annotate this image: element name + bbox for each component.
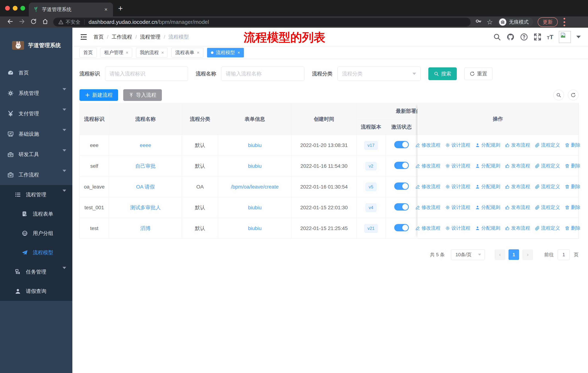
sidebar-item-workflow[interactable]: 工作流程 [0,165,72,185]
goto-page-input[interactable] [558,249,570,260]
breadcrumb-workflow[interactable]: 工作流程 [112,33,132,40]
new-tab-button[interactable]: + [118,4,123,12]
edit-process-link[interactable]: 修改流程 [415,142,441,148]
publish-process-link[interactable]: 发布流程 [505,142,530,148]
sidebar-item-process-model[interactable]: 流程模型 [0,243,72,262]
browser-tab[interactable]: 芋道管理系统 × [29,2,113,16]
process-definition-link[interactable]: 流程定义 [535,204,560,211]
breadcrumb-process-manage[interactable]: 流程管理 [140,33,161,40]
close-icon[interactable]: × [238,50,240,55]
minimize-window-button[interactable] [13,6,18,10]
help-icon[interactable] [520,33,528,41]
design-process-link[interactable]: 设计流程 [445,225,471,231]
sidebar-item-system[interactable]: 系统管理 [0,83,72,103]
toggle-search-button[interactable] [553,90,564,100]
back-icon[interactable] [4,18,16,26]
delete-process-link[interactable]: 删除 [565,225,580,231]
publish-process-link[interactable]: 发布流程 [505,225,530,231]
avatar[interactable] [559,31,571,43]
delete-process-link[interactable]: 删除 [565,163,580,169]
publish-process-link[interactable]: 发布流程 [505,163,530,169]
design-process-link[interactable]: 设计流程 [445,163,471,169]
sidebar-item-payment[interactable]: 支付管理 [0,103,72,124]
process-definition-link[interactable]: 流程定义 [535,163,560,169]
active-toggle[interactable] [394,224,409,231]
window-controls[interactable] [5,6,25,10]
home-icon[interactable] [39,18,51,26]
key-icon[interactable] [475,18,482,26]
form-link[interactable]: biubiu [248,142,262,148]
assign-rule-link[interactable]: 分配规则 [475,142,500,148]
tag-process-model[interactable]: 流程模型× [207,48,244,57]
design-process-link[interactable]: 设计流程 [445,142,471,148]
create-process-button[interactable]: 新建流程 [79,89,118,101]
assign-rule-link[interactable]: 分配规则 [475,183,500,190]
sidebar-item-user-group[interactable]: 用户分组 [0,224,72,243]
app-logo[interactable]: 芋道管理系统 [0,35,72,55]
github-icon[interactable] [506,33,514,41]
form-link[interactable]: /bpm/oa/leave/create [231,184,279,190]
delete-process-link[interactable]: 删除 [565,183,580,190]
version-badge[interactable]: v21 [364,224,378,232]
active-toggle[interactable] [394,162,409,169]
assign-rule-link[interactable]: 分配规则 [475,163,500,169]
sidebar-item-task-manage[interactable]: 任务管理 [0,262,72,282]
edit-process-link[interactable]: 修改流程 [415,204,441,211]
sidebar-item-process-form[interactable]: 流程表单 [0,204,72,224]
delete-process-link[interactable]: 删除 [565,204,580,211]
process-category-select[interactable]: 流程分类 [337,67,421,81]
version-badge[interactable]: v2 [366,162,376,170]
active-toggle[interactable] [394,182,409,190]
tag-my-process[interactable]: 我的流程× [136,48,168,57]
publish-process-link[interactable]: 发布流程 [505,204,530,211]
tag-home[interactable]: 首页 [79,48,97,57]
edit-process-link[interactable]: 修改流程 [415,183,441,190]
process-name-link[interactable]: 滔博 [140,225,151,231]
font-size-icon[interactable]: TT [547,34,553,40]
tab-close-icon[interactable]: × [103,6,109,13]
form-link[interactable]: biubiu [248,163,262,169]
version-badge[interactable]: v4 [366,203,376,212]
process-definition-link[interactable]: 流程定义 [535,142,560,148]
sidebar-item-process-manage[interactable]: 流程管理 [0,185,72,204]
delete-process-link[interactable]: 删除 [565,142,580,148]
close-icon[interactable]: × [197,50,200,55]
design-process-link[interactable]: 设计流程 [445,183,471,190]
process-name-link[interactable]: eeee [140,142,151,148]
reload-icon[interactable] [28,18,39,26]
form-link[interactable]: biubiu [248,225,262,231]
version-badge[interactable]: v5 [366,183,376,191]
refresh-table-button[interactable] [568,90,578,100]
search-icon[interactable] [493,33,501,41]
process-name-link[interactable]: 自己审批 [135,163,156,169]
sidebar-item-leave-query[interactable]: 请假查询 [0,282,72,301]
address-bar[interactable]: 不安全 dashboard.yudao.iocoder.cn/bpm/manag… [53,18,471,26]
process-id-input[interactable] [105,67,188,81]
close-icon[interactable]: × [126,50,128,55]
breadcrumb-home[interactable]: 首页 [94,33,104,40]
current-page-button[interactable]: 1 [509,249,519,260]
active-toggle[interactable] [394,141,409,148]
browser-menu-icon[interactable]: ••• [562,17,566,27]
update-button[interactable]: 更新 [538,17,558,27]
close-window-button[interactable] [5,6,10,10]
zoom-window-button[interactable] [21,6,25,10]
close-icon[interactable]: × [161,50,164,55]
search-button[interactable]: 搜索 [428,67,457,80]
design-process-link[interactable]: 设计流程 [445,204,471,211]
bookmark-star-icon[interactable]: ☆ [487,18,493,26]
sidebar-item-home[interactable]: 首页 [0,63,72,83]
assign-rule-link[interactable]: 分配规则 [475,225,500,231]
version-badge[interactable]: v17 [364,141,378,150]
hamburger-icon[interactable] [80,33,88,41]
security-warning[interactable]: 不安全 [58,19,80,25]
forward-icon[interactable] [16,18,28,26]
prev-page-button[interactable]: ‹ [495,249,505,260]
publish-process-link[interactable]: 发布流程 [505,183,530,190]
assign-rule-link[interactable]: 分配规则 [475,204,500,211]
sidebar-item-infra[interactable]: 基础设施 [0,124,72,144]
tag-tenant[interactable]: 租户管理× [100,48,132,57]
reset-button[interactable]: 重置 [464,67,493,80]
edit-process-link[interactable]: 修改流程 [415,163,441,169]
avatar-caret-icon[interactable] [576,36,581,38]
